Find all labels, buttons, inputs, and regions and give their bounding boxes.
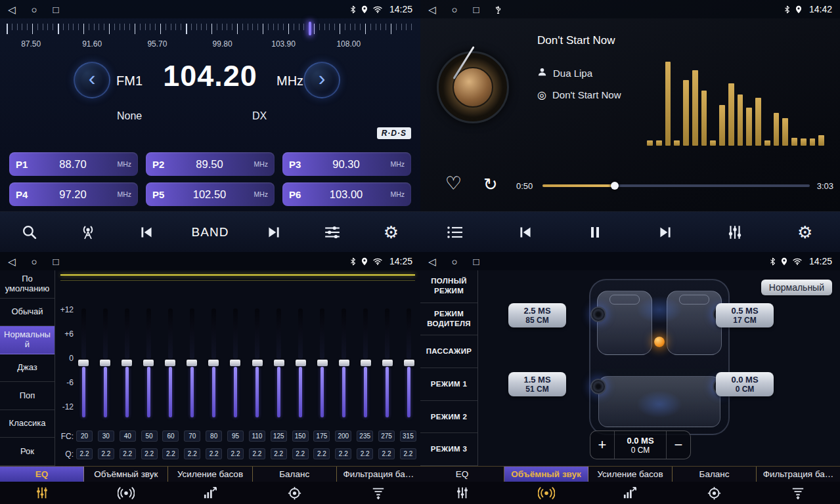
band-button[interactable]: BAND	[192, 225, 229, 240]
previous-track-icon[interactable]	[512, 224, 539, 241]
surround-sound-icon[interactable]	[84, 482, 168, 504]
delay-increase-button[interactable]: +	[590, 431, 614, 459]
balance-icon[interactable]	[672, 482, 756, 504]
tab-filter[interactable]: Фильтрация ба…	[337, 467, 420, 482]
sf-mode-item[interactable]: РЕЖИМ 2	[420, 401, 477, 434]
pause-icon[interactable]	[581, 224, 609, 240]
back-button[interactable]: ◁	[8, 257, 16, 266]
slider-knob[interactable]	[252, 360, 263, 366]
slider-knob[interactable]	[230, 360, 240, 366]
scan-icon[interactable]	[16, 224, 43, 240]
back-button[interactable]: ◁	[428, 257, 436, 266]
slider-knob[interactable]	[404, 360, 414, 366]
tune-up-button[interactable]: ›	[303, 62, 340, 98]
sf-mode-item[interactable]: РЕЖИМ ВОДИТЕЛЯ	[420, 303, 477, 336]
eq-band-slider[interactable]	[98, 308, 112, 417]
eq-preset-item[interactable]: Рок	[0, 438, 55, 466]
settings-gear-icon[interactable]: ⚙	[791, 224, 819, 241]
delay-front-right[interactable]: 0.5 MS 17 CM	[716, 303, 774, 327]
eq-band-slider[interactable]	[141, 308, 156, 417]
tuning-scale[interactable]: 87.5091.6095.7099.80103.90108.00	[0, 18, 420, 50]
eq-preset-item[interactable]: Поп	[0, 382, 55, 410]
slider-knob[interactable]	[100, 360, 110, 366]
tab-bass-boost[interactable]: Усиление басов	[588, 467, 673, 482]
bass-boost-icon[interactable]	[168, 482, 252, 504]
slider-knob[interactable]	[122, 360, 132, 366]
sf-mode-item[interactable]: ПОЛНЫЙ РЕЖИМ	[420, 270, 477, 303]
slider-knob[interactable]	[339, 360, 349, 366]
eq-band-slider[interactable]	[359, 308, 373, 417]
eq-preset-item[interactable]: Классика	[0, 410, 55, 438]
preset-button-p3[interactable]: P390.30MHz	[282, 152, 411, 176]
eq-band-slider[interactable]	[294, 308, 308, 417]
tune-down-button[interactable]: ‹	[74, 62, 110, 98]
playlist-icon[interactable]	[441, 225, 469, 240]
eq-band-slider[interactable]	[228, 308, 242, 417]
slider-knob[interactable]	[361, 360, 371, 366]
preset-button-p4[interactable]: P497.20MHz	[9, 182, 138, 206]
eq-band-slider[interactable]	[206, 308, 221, 417]
eq-band-slider[interactable]	[120, 308, 134, 417]
preset-button-p5[interactable]: P5102.50MHz	[146, 182, 275, 206]
eq-band-slider[interactable]	[337, 308, 351, 417]
repeat-icon[interactable]: ↻	[483, 176, 498, 193]
eq-icon[interactable]	[420, 482, 504, 504]
tab-surround-sound[interactable]: Объёмный звук	[84, 467, 168, 482]
delay-rear-right[interactable]: 0.0 MS 0 CM	[716, 372, 774, 396]
sf-mode-item[interactable]: ПАССАЖИР	[420, 335, 477, 368]
listening-position-dot[interactable]	[654, 337, 665, 347]
sf-preset-button[interactable]: Нормальный	[761, 280, 832, 295]
home-button[interactable]: ○	[452, 257, 458, 266]
progress-knob[interactable]	[611, 182, 619, 190]
eq-preset-item[interactable]: По умолчанию	[0, 270, 55, 299]
slider-knob[interactable]	[382, 360, 393, 366]
eq-settings-icon[interactable]	[319, 225, 346, 240]
slider-knob[interactable]	[317, 360, 328, 366]
slider-knob[interactable]	[165, 360, 175, 366]
back-button[interactable]: ◁	[428, 5, 436, 14]
eq-band-slider[interactable]	[76, 308, 91, 417]
sf-mode-item[interactable]: РЕЖИМ 1	[420, 368, 477, 401]
balance-icon[interactable]	[252, 482, 336, 504]
tab-eq[interactable]: EQ	[420, 467, 504, 482]
tab-eq[interactable]: EQ	[0, 467, 84, 482]
home-button[interactable]: ○	[452, 5, 458, 14]
surround-sound-icon[interactable]	[504, 482, 588, 504]
eq-preset-item[interactable]: Нормальный	[0, 326, 55, 354]
next-track-icon[interactable]	[652, 224, 679, 241]
next-station-icon[interactable]	[260, 224, 288, 241]
recents-button[interactable]: □	[53, 257, 59, 266]
recents-button[interactable]: □	[53, 5, 59, 14]
eq-icon[interactable]	[0, 482, 84, 504]
tab-balance[interactable]: Баланс	[253, 467, 337, 482]
eq-band-slider[interactable]	[250, 308, 265, 417]
bass-boost-icon[interactable]	[588, 482, 673, 504]
dx-mode-toggle[interactable]: DX	[252, 110, 267, 122]
eq-band-slider[interactable]	[402, 308, 416, 417]
favorite-heart-icon[interactable]: ♡	[445, 175, 462, 193]
slider-knob[interactable]	[143, 360, 154, 366]
delay-decrease-button[interactable]: −	[667, 431, 690, 459]
tab-filter[interactable]: Фильтрация ба…	[757, 467, 840, 482]
preset-button-p1[interactable]: P188.70MHz	[9, 152, 138, 176]
previous-station-icon[interactable]	[133, 224, 160, 241]
tab-balance[interactable]: Баланс	[673, 467, 757, 482]
home-button[interactable]: ○	[32, 257, 37, 266]
eq-band-slider[interactable]	[272, 308, 286, 417]
tab-bass-boost[interactable]: Усиление басов	[168, 467, 252, 482]
preset-button-p6[interactable]: P6103.00MHz	[282, 182, 411, 206]
recents-button[interactable]: □	[474, 5, 479, 14]
delay-rear-left[interactable]: 1.5 MS 51 CM	[508, 372, 566, 396]
filter-icon[interactable]	[336, 482, 420, 504]
progress-bar[interactable]	[542, 184, 810, 187]
eq-band-slider[interactable]	[380, 308, 395, 417]
sf-mode-item[interactable]: РЕЖИМ 3	[420, 433, 477, 466]
filter-icon[interactable]	[756, 482, 840, 504]
eq-preset-item[interactable]: Джаз	[0, 354, 55, 383]
delay-front-left[interactable]: 2.5 MS 85 CM	[508, 303, 566, 327]
tab-surround-sound[interactable]: Объёмный звук	[504, 467, 588, 482]
eq-band-slider[interactable]	[315, 308, 330, 417]
broadcast-antenna-icon[interactable]	[74, 224, 102, 241]
eq-band-slider[interactable]	[185, 308, 199, 417]
eq-settings-icon[interactable]	[721, 224, 749, 240]
